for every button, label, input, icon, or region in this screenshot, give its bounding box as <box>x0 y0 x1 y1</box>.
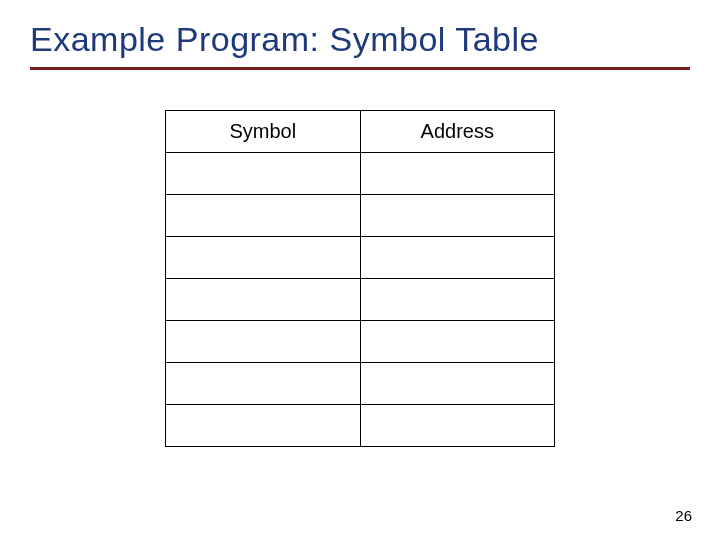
symbol-table: Symbol Address <box>165 110 555 447</box>
cell-symbol <box>166 405 361 447</box>
cell-symbol <box>166 153 361 195</box>
cell-address <box>360 237 555 279</box>
table-row <box>166 195 555 237</box>
cell-symbol <box>166 195 361 237</box>
table-row <box>166 363 555 405</box>
table-row <box>166 237 555 279</box>
table-row <box>166 279 555 321</box>
title-underline <box>30 67 690 70</box>
cell-symbol <box>166 321 361 363</box>
cell-address <box>360 405 555 447</box>
table-row <box>166 321 555 363</box>
cell-symbol <box>166 279 361 321</box>
table-header-row: Symbol Address <box>166 111 555 153</box>
header-symbol: Symbol <box>166 111 361 153</box>
cell-address <box>360 279 555 321</box>
cell-address <box>360 153 555 195</box>
cell-address <box>360 363 555 405</box>
page-title: Example Program: Symbol Table <box>30 20 690 59</box>
header-address: Address <box>360 111 555 153</box>
page-number: 26 <box>675 507 692 524</box>
table-row <box>166 405 555 447</box>
cell-address <box>360 195 555 237</box>
cell-symbol <box>166 363 361 405</box>
cell-symbol <box>166 237 361 279</box>
slide: Example Program: Symbol Table Symbol Add… <box>0 0 720 540</box>
table-row <box>166 153 555 195</box>
table-wrapper: Symbol Address <box>30 110 690 447</box>
cell-address <box>360 321 555 363</box>
